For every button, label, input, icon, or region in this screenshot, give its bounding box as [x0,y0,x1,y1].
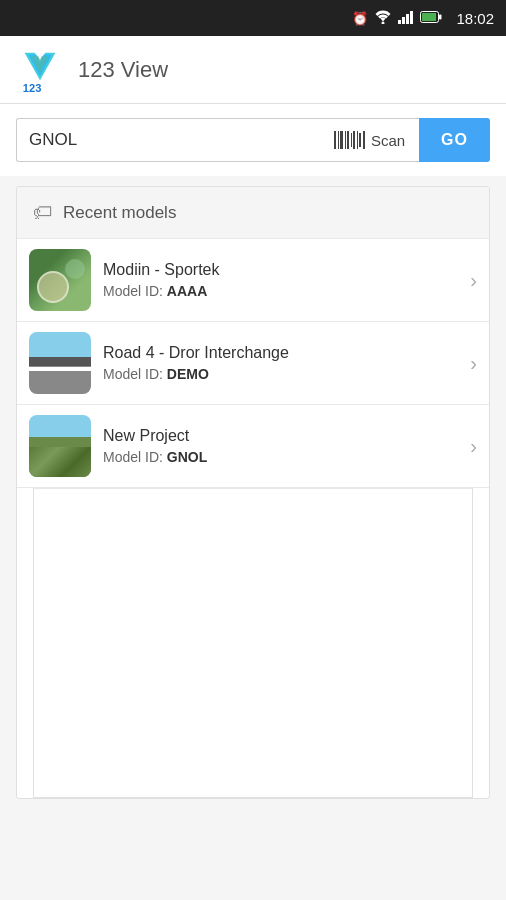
go-button[interactable]: GO [419,118,490,162]
model-id: Model ID: AAAA [103,283,458,299]
chevron-right-icon: › [470,352,477,375]
search-input-wrapper [16,118,320,162]
model-thumbnail [29,415,91,477]
svg-rect-6 [422,13,436,21]
recent-header: 🏷 Recent models [17,187,489,239]
recent-section-title: Recent models [63,203,176,223]
signal-icon [398,10,414,27]
scan-label: Scan [371,132,405,149]
svg-rect-2 [402,17,405,24]
app-title: 123 View [78,57,168,83]
model-id-value: GNOL [167,449,207,465]
model-thumbnail [29,249,91,311]
barcode-icon [334,131,365,149]
status-icons: ⏰ [352,10,442,27]
model-info: Road 4 - Dror Interchange Model ID: DEMO [103,344,458,382]
chevron-right-icon: › [470,435,477,458]
model-name: Modiin - Sportek [103,261,458,279]
model-id-label: Model ID: [103,366,167,382]
model-id-value: DEMO [167,366,209,382]
model-info: Modiin - Sportek Model ID: AAAA [103,261,458,299]
svg-rect-3 [406,14,409,24]
model-info: New Project Model ID: GNOL [103,427,458,465]
model-id-value: AAAA [167,283,207,299]
chevron-right-icon: › [470,269,477,292]
svg-rect-7 [439,14,442,19]
model-id: Model ID: GNOL [103,449,458,465]
battery-icon [420,11,442,26]
list-item[interactable]: Modiin - Sportek Model ID: AAAA › [17,239,489,322]
svg-rect-1 [398,20,401,24]
status-time: 18:02 [456,10,494,27]
svg-point-0 [382,21,385,24]
model-id: Model ID: DEMO [103,366,458,382]
svg-text:123: 123 [23,82,42,94]
alarm-icon: ⏰ [352,11,368,26]
model-name: Road 4 - Dror Interchange [103,344,458,362]
wifi-icon [374,10,392,27]
tag-icon: 🏷 [33,201,53,224]
list-item[interactable]: Road 4 - Dror Interchange Model ID: DEMO… [17,322,489,405]
model-id-label: Model ID: [103,449,167,465]
app-bar: 123 123 View [0,36,506,104]
model-thumbnail [29,332,91,394]
scan-button[interactable]: Scan [320,118,419,162]
app-logo: 123 [16,46,64,94]
search-section: Scan GO [0,104,506,176]
model-id-label: Model ID: [103,283,167,299]
search-input[interactable] [17,130,320,150]
recent-models-section: 🏷 Recent models Modiin - Sportek Model I… [16,186,490,799]
model-name: New Project [103,427,458,445]
list-item[interactable]: New Project Model ID: GNOL › [17,405,489,488]
status-bar: ⏰ 18:02 [0,0,506,36]
empty-content-area [33,488,473,798]
svg-rect-4 [410,11,413,24]
